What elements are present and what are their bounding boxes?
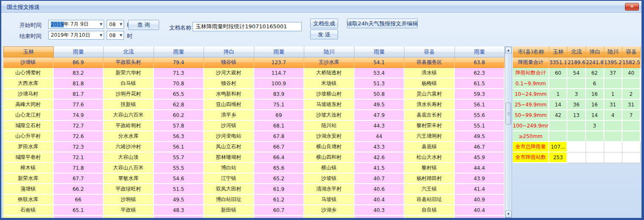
table-row[interactable]: 山心龙江村74.9大容山六百米60.2浪平乡69沙坡大连村47.9县底古长村55… bbox=[3, 110, 505, 121]
cell-site-name[interactable]: 大容山八百米 bbox=[104, 163, 154, 174]
cell-rain-value[interactable] bbox=[54, 216, 104, 218]
cell-site-name[interactable]: 松山大水村 bbox=[405, 152, 455, 163]
cell-rain-value[interactable]: 61.5 bbox=[455, 79, 505, 89]
cell-rain-value[interactable]: 40.4 bbox=[355, 195, 405, 205]
cell-rain-value[interactable]: 67.8 bbox=[254, 131, 305, 142]
cell-site-name[interactable]: 博白站 bbox=[204, 163, 254, 174]
cell-site-name[interactable]: 顿谷镇 bbox=[204, 57, 254, 68]
end-hour-select[interactable]: 08 ▼ bbox=[107, 31, 124, 40]
cell-site-name[interactable]: 樟木镇 bbox=[3, 163, 54, 174]
table-row[interactable]: 高峰大同村77.6扶新镇62.8亚山四维村75.1马坡靖东村49.5浪水长寿村5… bbox=[3, 100, 505, 110]
cell-site-name[interactable]: 沙河镇 bbox=[204, 121, 254, 131]
cell-site-name[interactable] bbox=[405, 216, 455, 218]
cell-site-name[interactable]: 城隍立石村 bbox=[3, 121, 54, 131]
cell-site-name[interactable]: 江宁镇 bbox=[204, 174, 254, 184]
cell-rain-value[interactable]: 41.4 bbox=[455, 184, 505, 195]
cell-rain-value[interactable]: 40.9 bbox=[455, 195, 505, 205]
cell-site-name[interactable]: 平政绿旺村 bbox=[104, 184, 154, 195]
cell-rain-value[interactable]: 41.5 bbox=[355, 163, 405, 174]
cell-rain-value[interactable]: 65.1 bbox=[54, 205, 104, 216]
cell-site-name[interactable]: 沙塘镇 bbox=[3, 57, 54, 68]
cell-rain-value[interactable]: 59.3 bbox=[455, 89, 505, 100]
cell-rain-value[interactable]: 114.7 bbox=[254, 68, 305, 79]
cell-rain-value[interactable]: 66.7 bbox=[254, 142, 305, 152]
column-header-district[interactable]: 容县 bbox=[405, 46, 455, 57]
column-header-rainfall[interactable]: 雨量 bbox=[54, 46, 104, 57]
cell-site-name[interactable]: 自良镇 bbox=[405, 205, 455, 216]
cell-site-name[interactable]: 沙垌镇 bbox=[104, 195, 154, 205]
cell-rain-value[interactable]: 60.2 bbox=[154, 110, 204, 121]
cell-site-name[interactable]: 山心博爱村 bbox=[3, 68, 54, 79]
cell-rain-value[interactable]: 71.8 bbox=[54, 163, 104, 174]
cell-rain-value[interactable]: 47.9 bbox=[355, 110, 405, 121]
cell-site-name[interactable]: 沙垌丹花村 bbox=[104, 89, 154, 100]
table-row-partial[interactable] bbox=[3, 216, 505, 218]
cell-site-name[interactable]: 沙坡镇 bbox=[304, 174, 355, 184]
cell-rain-value[interactable] bbox=[455, 216, 505, 218]
cell-rain-value[interactable] bbox=[254, 216, 305, 218]
table-row[interactable]: 城隍平巷村72.1大容山顶55.7那林珊瑚村66.4横山四和村42.6松山大水村… bbox=[3, 152, 505, 163]
column-header-district[interactable]: 玉林 bbox=[3, 46, 54, 57]
cell-rain-value[interactable]: 56.1 bbox=[455, 100, 505, 110]
column-header-rainfall[interactable]: 雨量 bbox=[455, 46, 505, 57]
cell-rain-value[interactable]: 51.3 bbox=[355, 79, 405, 89]
cell-rain-value[interactable]: 54.1 bbox=[355, 57, 405, 68]
cell-rain-value[interactable]: 74.9 bbox=[54, 110, 104, 121]
cell-site-name[interactable]: 浪水镇 bbox=[405, 68, 455, 79]
cell-rain-value[interactable]: 40.4 bbox=[455, 205, 505, 216]
cell-site-name[interactable]: 大西水库 bbox=[3, 79, 54, 89]
table-row[interactable]: 城隍立石村72.7平政岭垌村57.8沙河镇68.1陆川站44.3黎村荣丰村55.… bbox=[3, 121, 505, 131]
cell-rain-value[interactable]: 72.7 bbox=[54, 121, 104, 131]
cell-site-name[interactable]: 浪水长寿村 bbox=[405, 100, 455, 110]
cell-site-name[interactable]: 马坡靖东村 bbox=[304, 100, 355, 110]
cell-rain-value[interactable]: 61.9 bbox=[254, 184, 305, 195]
cell-rain-value[interactable]: 50.8 bbox=[355, 89, 405, 100]
cell-rain-value[interactable]: 100.9 bbox=[254, 79, 305, 89]
cell-rain-value[interactable]: 54.6 bbox=[154, 174, 204, 184]
cell-rain-value[interactable]: 62.8 bbox=[154, 100, 204, 110]
cell-site-name[interactable]: 那林珊瑚村 bbox=[204, 152, 254, 163]
cell-rain-value[interactable]: 68.1 bbox=[254, 121, 305, 131]
cell-rain-value[interactable]: 49.5 bbox=[355, 100, 405, 110]
cell-rain-value[interactable]: 55.5 bbox=[154, 163, 204, 174]
table-row-selected[interactable]: 沙塘镇86.9平政双头村79.4顿谷镇123.7王沙水库54.1容县服务区63.… bbox=[3, 57, 505, 68]
cell-site-name[interactable]: 顿谷村 bbox=[204, 79, 254, 89]
cell-rain-value[interactable]: 43.9 bbox=[455, 174, 505, 184]
cell-site-name[interactable]: 平政双头村 bbox=[104, 57, 154, 68]
cell-rain-value[interactable]: 72.3 bbox=[54, 142, 104, 152]
cell-rain-value[interactable]: 66.4 bbox=[254, 152, 305, 163]
cell-site-name[interactable]: 县底古长村 bbox=[405, 110, 455, 121]
cell-site-name[interactable] bbox=[104, 216, 154, 218]
cell-site-name[interactable]: 新荣六华村 bbox=[104, 68, 154, 79]
generate-doc-button[interactable]: 文档生成 bbox=[310, 19, 338, 28]
cell-rain-value[interactable]: 40.3 bbox=[355, 205, 405, 216]
cell-site-name[interactable] bbox=[304, 216, 355, 218]
cell-rain-value[interactable]: 81.8 bbox=[54, 79, 104, 89]
table-row[interactable]: 罗田水库72.3六靖沙冲村56.1凤山立石村66.7横山良塘村43.3县底镇46… bbox=[3, 142, 505, 152]
column-header-rainfall[interactable]: 雨量 bbox=[154, 46, 204, 57]
cell-rain-value[interactable]: 44.3 bbox=[355, 121, 405, 131]
cell-rain-value[interactable]: 57.8 bbox=[154, 121, 204, 131]
cell-site-name[interactable]: 白马镇 bbox=[104, 79, 154, 89]
cell-rain-value[interactable]: 75.1 bbox=[254, 100, 305, 110]
cell-site-name[interactable]: 黎村镇 bbox=[405, 163, 455, 174]
cell-site-name[interactable]: 陆川站 bbox=[304, 121, 355, 131]
cell-rain-value[interactable]: 67.7 bbox=[54, 174, 104, 184]
read-forecast-button[interactable]: 读取24h天气预报报文并编辑 bbox=[347, 19, 418, 28]
scrollbar-thumb[interactable] bbox=[506, 103, 511, 125]
cell-rain-value[interactable]: 72.1 bbox=[54, 152, 104, 163]
cell-site-name[interactable]: 沙河大观村 bbox=[204, 68, 254, 79]
cell-site-name[interactable]: 县底镇 bbox=[405, 142, 455, 152]
cell-site-name[interactable]: 新田镇 bbox=[204, 205, 254, 216]
cell-rain-value[interactable]: 65.6 bbox=[254, 163, 305, 174]
cell-rain-value[interactable]: 40.6 bbox=[355, 184, 405, 195]
cell-rain-value[interactable]: 49.5 bbox=[455, 131, 505, 142]
cell-rain-value[interactable]: 83.2 bbox=[54, 68, 104, 79]
cell-rain-value[interactable]: 55.7 bbox=[154, 152, 204, 163]
cell-rain-value[interactable]: 44.4 bbox=[455, 163, 505, 174]
table-row[interactable]: 蒲塘镇66.2平政绿旺村51.5双凤大田村61.9清湖永平村40.6六王镇41.… bbox=[3, 184, 505, 195]
cell-site-name[interactable]: 沙湖乡 bbox=[304, 205, 355, 216]
cell-site-name[interactable]: 铁联水库 bbox=[3, 195, 54, 205]
cell-site-name[interactable]: 黎村荣丰村 bbox=[405, 121, 455, 131]
cell-site-name[interactable]: 凤山立石村 bbox=[204, 142, 254, 152]
